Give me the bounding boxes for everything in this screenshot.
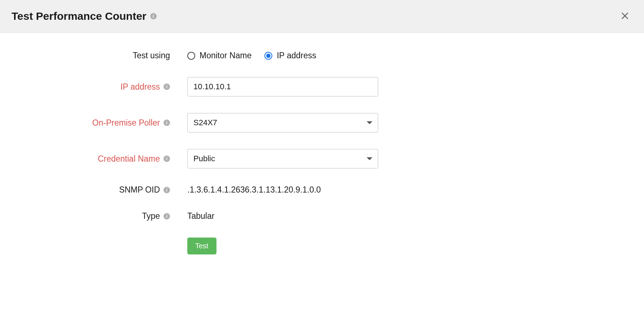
credential-select-display: Public: [187, 149, 378, 168]
poller-select-display: S24X7: [187, 113, 378, 132]
label-poller-text: On-Premise Poller: [92, 118, 160, 128]
radio-circle-icon: [187, 52, 195, 60]
label-poller: On-Premise Poller i: [14, 118, 187, 128]
label-snmp-oid: SNMP OID i: [14, 185, 187, 195]
row-ip-address: IP address i: [14, 77, 630, 96]
close-button[interactable]: [617, 9, 632, 24]
test-button-wrap: Test: [187, 238, 216, 254]
dialog-header: Test Performance Counter i: [0, 0, 644, 33]
row-credential: Credential Name i Public: [14, 149, 630, 168]
label-ip-address: IP address i: [14, 82, 187, 92]
label-test-using-text: Test using: [133, 51, 170, 60]
poller-wrap: S24X7: [187, 113, 378, 132]
row-test-button: Test: [14, 238, 630, 254]
radio-ip-address[interactable]: IP address: [264, 51, 316, 60]
label-credential-text: Credential Name: [98, 154, 160, 164]
info-icon[interactable]: i: [164, 119, 170, 126]
poller-select[interactable]: S24X7: [187, 113, 378, 132]
label-test-using: Test using: [14, 51, 187, 60]
radio-monitor-name[interactable]: Monitor Name: [187, 51, 251, 60]
label-type-text: Type: [142, 211, 160, 221]
radio-circle-checked-icon: [264, 52, 272, 60]
test-button[interactable]: Test: [187, 238, 216, 254]
credential-wrap: Public: [187, 149, 378, 168]
info-icon[interactable]: i: [164, 155, 170, 162]
dialog-title-text: Test Performance Counter: [12, 10, 147, 22]
credential-select-value: Public: [193, 154, 215, 163]
credential-select[interactable]: Public: [187, 149, 378, 168]
ip-address-wrap: [187, 77, 378, 96]
info-icon[interactable]: i: [164, 83, 170, 90]
poller-select-value: S24X7: [193, 118, 217, 127]
radio-group-test-using: Monitor Name IP address: [187, 51, 316, 60]
radio-ip-address-label: IP address: [277, 51, 316, 60]
label-ip-address-text: IP address: [120, 82, 160, 92]
chevron-down-icon: [367, 121, 372, 124]
row-poller: On-Premise Poller i S24X7: [14, 113, 630, 132]
type-wrap: Tabular: [187, 211, 214, 221]
info-icon[interactable]: i: [164, 213, 170, 220]
dialog-title: Test Performance Counter i: [12, 10, 157, 22]
chevron-down-icon: [367, 157, 372, 160]
info-icon[interactable]: i: [164, 187, 170, 193]
label-credential: Credential Name i: [14, 154, 187, 164]
snmp-oid-value: .1.3.6.1.4.1.2636.3.1.13.1.20.9.1.0.0: [187, 185, 321, 194]
info-icon[interactable]: i: [150, 13, 157, 19]
form-container: Test using Monitor Name IP address IP ad…: [0, 33, 644, 285]
label-type: Type i: [14, 211, 187, 221]
radio-dot-icon: [266, 54, 270, 58]
row-type: Type i Tabular: [14, 211, 630, 221]
label-snmp-oid-text: SNMP OID: [119, 185, 160, 195]
row-snmp-oid: SNMP OID i .1.3.6.1.4.1.2636.3.1.13.1.20…: [14, 185, 630, 195]
ip-address-input[interactable]: [187, 77, 378, 96]
type-value: Tabular: [187, 211, 214, 221]
radio-monitor-name-label: Monitor Name: [200, 51, 251, 60]
snmp-oid-wrap: .1.3.6.1.4.1.2636.3.1.13.1.20.9.1.0.0: [187, 185, 321, 195]
row-test-using: Test using Monitor Name IP address: [14, 51, 630, 60]
